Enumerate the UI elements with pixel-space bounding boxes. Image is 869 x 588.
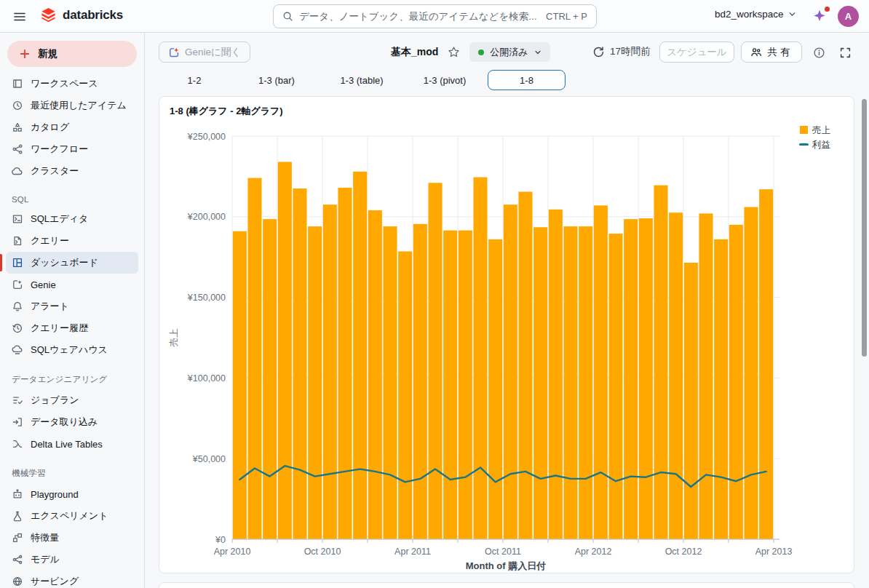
workflow-icon: .s{fill:none;stroke:currentColor;stroke-… bbox=[12, 143, 23, 155]
sql-warehouse-icon: .s{fill:none;stroke:currentColor;stroke-… bbox=[12, 344, 23, 356]
model-nodes-icon: .s{fill:none;stroke:currentColor;stroke-… bbox=[12, 554, 23, 565]
notification-dot bbox=[825, 7, 830, 12]
sidebar: 新規 .s{fill:none;stroke:currentColor;stro… bbox=[0, 33, 145, 588]
dual-axis-bar-line-chart[interactable]: ¥0¥50,000¥100,000¥150,000¥200,000¥250,00… bbox=[159, 97, 854, 573]
sidebar-item-dashboards[interactable]: .s{fill:none;stroke:currentColor;stroke-… bbox=[6, 252, 138, 274]
clock-icon: .s{fill:none;stroke:currentColor;stroke-… bbox=[12, 100, 23, 111]
sidebar-item-label: サービング bbox=[31, 575, 79, 588]
svg-text:¥200,000: ¥200,000 bbox=[187, 212, 226, 222]
sidebar-item-serving[interactable]: .s{fill:none;stroke:currentColor;stroke-… bbox=[6, 571, 138, 588]
topbar: databricks CTRL + P bd2_workspace bbox=[0, 0, 869, 33]
catalog-icon: .s{fill:none;stroke:currentColor;stroke-… bbox=[12, 122, 23, 133]
genie-button-icon bbox=[168, 47, 180, 58]
sidebar-item-label: アラート bbox=[31, 300, 69, 313]
sidebar-item-label: 特徴量 bbox=[31, 531, 59, 544]
schedule-button[interactable]: スケジュール bbox=[659, 41, 734, 63]
sidebar-item-label: カタログ bbox=[31, 121, 69, 134]
sidebar-item-label: クエリー履歴 bbox=[31, 322, 88, 335]
info-icon[interactable] bbox=[810, 44, 828, 62]
plus-icon bbox=[19, 48, 31, 60]
sidebar-item-features[interactable]: .s{fill:none;stroke:currentColor;stroke-… bbox=[6, 527, 138, 549]
sidebar-item-queries[interactable]: .s{fill:none;stroke:currentColor;stroke-… bbox=[6, 230, 138, 252]
sidebar-item-experiments[interactable]: .s{fill:none;stroke:currentColor;stroke-… bbox=[6, 505, 138, 527]
sidebar-item-workflows[interactable]: .s{fill:none;stroke:currentColor;stroke-… bbox=[6, 138, 138, 160]
sidebar-item-data-ingestion[interactable]: .s{fill:none;stroke:currentColor;stroke-… bbox=[6, 411, 138, 433]
sidebar-item-recents[interactable]: .s{fill:none;stroke:currentColor;stroke-… bbox=[6, 95, 138, 116]
svg-text:¥100,000: ¥100,000 bbox=[187, 373, 226, 384]
ask-genie-button[interactable]: Genieに聞く bbox=[159, 41, 250, 63]
app-window: databricks CTRL + P bd2_workspace bbox=[0, 0, 869, 588]
workspace-name: bd2_workspace bbox=[715, 9, 784, 20]
svg-text:Apr 2013: Apr 2013 bbox=[755, 547, 793, 557]
databricks-logo[interactable]: databricks bbox=[40, 7, 123, 23]
sidebar-item-query-history[interactable]: .s{fill:none;stroke:currentColor;stroke-… bbox=[6, 317, 138, 339]
sidebar-item-workspace[interactable]: .s{fill:none;stroke:currentColor;stroke-… bbox=[6, 73, 138, 95]
share-button-label: 共有 bbox=[768, 46, 793, 59]
search-input[interactable] bbox=[299, 11, 540, 22]
sidebar-item-genie[interactable]: .s{fill:none;stroke:currentColor;stroke-… bbox=[6, 274, 138, 295]
refresh-icon bbox=[592, 46, 605, 58]
ask-genie-label: Genieに聞く bbox=[185, 46, 241, 59]
favorite-star-icon[interactable] bbox=[448, 46, 460, 58]
assistant-sparkle-icon[interactable] bbox=[810, 7, 829, 26]
refresh-control[interactable]: 17時間前 bbox=[592, 45, 651, 58]
sidebar-item-label: データ取り込み bbox=[31, 416, 98, 429]
hamburger-menu-icon[interactable] bbox=[12, 9, 28, 25]
sidebar-item-job-runs[interactable]: .s{fill:none;stroke:currentColor;stroke-… bbox=[6, 389, 138, 411]
fullscreen-icon[interactable] bbox=[836, 44, 854, 62]
job-runs-icon: .s{fill:none;stroke:currentColor;stroke-… bbox=[12, 394, 23, 406]
sidebar-item-label: モデル bbox=[31, 553, 60, 566]
new-button-label: 新規 bbox=[38, 47, 57, 60]
svg-text:売上: 売上 bbox=[812, 125, 831, 135]
svg-text:¥50,000: ¥50,000 bbox=[192, 454, 226, 464]
sidebar-item-label: クラスター bbox=[31, 164, 79, 178]
sidebar-item-label: ダッシュボード bbox=[31, 256, 98, 269]
tab-1-3-bar[interactable]: 1-3 (bar) bbox=[251, 70, 302, 90]
bell-icon: .s{fill:none;stroke:currentColor;stroke-… bbox=[12, 301, 23, 312]
sidebar-item-sql-editor[interactable]: .s{fill:none;stroke:currentColor;stroke-… bbox=[6, 208, 138, 230]
sidebar-item-label: ジョブラン bbox=[31, 394, 79, 407]
svg-text:Oct 2010: Oct 2010 bbox=[304, 547, 341, 557]
sql-editor-icon: .s{fill:none;stroke:currentColor;stroke-… bbox=[12, 213, 23, 225]
svg-text:Oct 2012: Oct 2012 bbox=[665, 547, 702, 557]
brand-wordmark: databricks bbox=[63, 8, 123, 23]
publish-status-label: 公開済み bbox=[490, 46, 528, 59]
genie-icon: .s{fill:none;stroke:currentColor;stroke-… bbox=[12, 279, 23, 290]
svg-text:¥0: ¥0 bbox=[215, 535, 226, 545]
workspace-icon: .s{fill:none;stroke:currentColor;stroke-… bbox=[12, 78, 23, 90]
sidebar-item-label: SQLエディタ bbox=[31, 212, 88, 226]
pipeline-icon: .s{fill:none;stroke:currentColor;stroke-… bbox=[12, 438, 23, 450]
dashboard-title-group: 基本_mod 公開済み bbox=[391, 41, 550, 63]
sidebar-item-catalog[interactable]: .s{fill:none;stroke:currentColor;stroke-… bbox=[6, 116, 138, 138]
sidebar-item-label: Playground bbox=[31, 489, 79, 500]
search-shortcut: CTRL + P bbox=[546, 11, 587, 22]
svg-text:Apr 2011: Apr 2011 bbox=[394, 547, 431, 557]
tab-1-3-pivot[interactable]: 1-3 (pivot) bbox=[416, 70, 474, 90]
schedule-button-label: スケジュール bbox=[667, 46, 727, 59]
sidebar-item-clusters[interactable]: .s{fill:none;stroke:currentColor;stroke-… bbox=[6, 160, 138, 182]
tab-1-8-active[interactable]: 1-8 bbox=[488, 70, 566, 90]
svg-text:¥250,000: ¥250,000 bbox=[187, 132, 226, 142]
dashboard-icon: .s{fill:none;stroke:currentColor;stroke-… bbox=[12, 257, 23, 269]
global-search: CTRL + P bbox=[273, 4, 597, 28]
history-clock-icon: .s{fill:none;stroke:currentColor;stroke-… bbox=[12, 322, 23, 334]
new-button[interactable]: 新規 bbox=[7, 41, 137, 67]
workspace-switcher[interactable]: bd2_workspace bbox=[715, 9, 796, 20]
sidebar-item-alerts[interactable]: .s{fill:none;stroke:currentColor;stroke-… bbox=[6, 295, 138, 317]
last-refresh-time: 17時間前 bbox=[610, 45, 651, 58]
publish-status-dropdown[interactable]: 公開済み bbox=[469, 42, 549, 62]
sidebar-nav: .s{fill:none;stroke:currentColor;stroke-… bbox=[0, 73, 144, 588]
sidebar-section-machine-learning: 機械学習 bbox=[12, 468, 132, 479]
tab-1-3-table[interactable]: 1-3 (table) bbox=[333, 70, 391, 90]
chevron-down-icon bbox=[788, 10, 796, 18]
sidebar-item-playground[interactable]: .s{fill:none;stroke:currentColor;stroke-… bbox=[6, 483, 138, 505]
people-icon bbox=[750, 47, 762, 58]
sidebar-item-sql-warehouses[interactable]: .s{fill:none;stroke:currentColor;stroke-… bbox=[6, 339, 138, 361]
sidebar-item-models[interactable]: .s{fill:none;stroke:currentColor;stroke-… bbox=[6, 549, 138, 571]
tab-1-2[interactable]: 1-2 bbox=[171, 70, 218, 90]
sidebar-item-delta-live-tables[interactable]: .s{fill:none;stroke:currentColor;stroke-… bbox=[6, 433, 138, 455]
query-file-icon: .s{fill:none;stroke:currentColor;stroke-… bbox=[12, 235, 23, 247]
user-avatar[interactable]: A bbox=[838, 6, 859, 27]
vertical-scrollbar-thumb[interactable] bbox=[862, 99, 867, 357]
share-button[interactable]: 共有 bbox=[741, 41, 802, 63]
